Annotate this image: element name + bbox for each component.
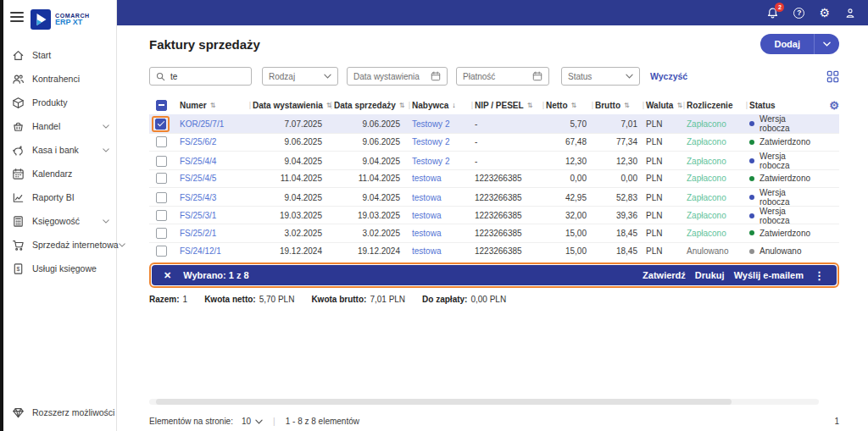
status-label: Wersja robocza: [760, 114, 817, 133]
sidebar-item-rozszerz-mozliwosci[interactable]: Rozszerz możliwości: [3, 401, 116, 424]
table-row[interactable]: FS/25/3/119.03.202519.03.2025testowa1223…: [149, 206, 839, 224]
invoice-number-link[interactable]: KOR/25/7/1: [180, 119, 224, 129]
row-checkbox[interactable]: [156, 192, 167, 203]
summary-value: 1: [183, 295, 188, 304]
comarch-logo[interactable]: COMARCH ERP XT: [31, 9, 90, 30]
sidebar-item-raporty-bi[interactable]: Raporty BI: [3, 185, 116, 209]
column-header[interactable]: Data sprzedaży⇅: [334, 96, 412, 114]
buyer-link[interactable]: testowa: [412, 193, 441, 202]
column-header[interactable]: Netto⇅: [546, 96, 595, 114]
search-input[interactable]: te: [149, 67, 252, 86]
column-settings-gear-icon[interactable]: ⚙: [829, 100, 839, 111]
buyer-link[interactable]: Testowy 2: [412, 137, 449, 146]
status-filter-select[interactable]: Status: [561, 67, 640, 86]
column-header[interactable]: Waluta⇅: [646, 96, 687, 114]
help-icon[interactable]: ?: [793, 8, 804, 19]
row-checkbox[interactable]: [156, 246, 167, 257]
row-checkbox[interactable]: [156, 156, 167, 167]
currency-cell: PLN: [646, 211, 687, 220]
buyer-link[interactable]: testowa: [412, 174, 441, 183]
invoice-number-cell: FS/25/2/1: [180, 229, 253, 238]
sidebar-item-kasa-i-bank[interactable]: Kasa i bank: [3, 138, 116, 162]
chevron-down-icon: [823, 41, 831, 47]
column-header[interactable]: NIP / PESEL⇅: [475, 96, 546, 114]
buyer-cell: testowa: [412, 229, 475, 238]
status-dot: [749, 176, 754, 181]
status-cell: Wersja robocza: [749, 188, 817, 207]
column-header[interactable]: Data wystawienia⇅: [253, 96, 334, 114]
view-grid-icon[interactable]: [826, 70, 839, 83]
invoice-number-link[interactable]: FS/25/4/5: [180, 174, 216, 183]
issue-date-filter[interactable]: Data wystawienia: [347, 67, 448, 86]
issue-date-cell: 19.12.2024: [280, 246, 334, 256]
buyer-link[interactable]: testowa: [412, 246, 441, 256]
sidebar-item-start[interactable]: Start: [3, 43, 116, 67]
payment-filter[interactable]: Płatność: [456, 67, 549, 86]
per-page-label: Elementów na stronie:: [149, 417, 233, 426]
table-row[interactable]: KOR/25/7/17.07.20259.06.2025Testowy 2-5,…: [149, 114, 839, 133]
buyer-link[interactable]: Testowy 2: [412, 119, 449, 129]
brutto-cell: 0,00: [621, 174, 646, 183]
table-row[interactable]: FS/25/2/13.02.20253.02.2025testowa122326…: [149, 224, 839, 242]
buyer-link[interactable]: Testowy 2: [412, 157, 449, 166]
invoice-number-link[interactable]: FS/25/4/3: [180, 193, 216, 202]
add-button[interactable]: Dodaj: [760, 34, 814, 54]
user-profile-icon[interactable]: [844, 7, 856, 19]
invoice-number-link[interactable]: FS/25/4/4: [180, 157, 216, 166]
horizontal-scrollbar[interactable]: [149, 399, 819, 405]
column-header[interactable]: Status: [749, 96, 817, 114]
notifications-bell-icon[interactable]: 2: [766, 7, 779, 19]
selection-action-button[interactable]: Zatwierdź: [643, 270, 686, 280]
invoice-number-link[interactable]: FS/25/3/1: [180, 211, 216, 220]
settings-gear-icon[interactable]: ⚙: [819, 7, 830, 19]
buyer-link[interactable]: testowa: [412, 229, 441, 238]
hamburger-menu-icon[interactable]: [10, 12, 24, 25]
column-header[interactable]: Numer⇅: [180, 96, 253, 114]
invoice-number-link[interactable]: FS/25/6/2: [180, 137, 216, 146]
current-page-number[interactable]: 1: [834, 417, 839, 426]
sidebar-item-uslugi-ksiegowe[interactable]: $Usługi księgowe: [3, 257, 116, 280]
sidebar-item-produkty[interactable]: Produkty: [3, 91, 116, 114]
more-actions-kebab-icon[interactable]: ⋮: [814, 269, 825, 282]
row-checkbox[interactable]: [155, 119, 166, 130]
table-row[interactable]: FS/25/4/511.04.202511.04.2025testowa1223…: [149, 169, 839, 188]
column-header[interactable]: Rozliczenie: [687, 96, 749, 114]
sort-desc-icon: ↓: [452, 101, 456, 109]
sidebar-item-handel[interactable]: Handel: [3, 114, 116, 138]
table-row[interactable]: FS/25/4/49.04.20259.04.2025Testowy 2-12,…: [149, 151, 839, 169]
table-row[interactable]: FS/24/12/119.12.202419.12.2024testowa122…: [149, 242, 839, 261]
sidebar-item-sprzedaz-internetowa[interactable]: Sprzedaż internetowa: [3, 233, 116, 257]
type-filter-select[interactable]: Rodzaj: [262, 67, 338, 86]
summary-item: Kwota netto:5,70 PLN: [204, 295, 294, 304]
calendar-icon: [532, 71, 542, 81]
invoice-number-link[interactable]: FS/24/12/1: [180, 246, 221, 256]
column-header[interactable]: Nabywca↓: [412, 96, 475, 114]
per-page-select[interactable]: 10: [242, 417, 263, 426]
add-dropdown-button[interactable]: [814, 34, 839, 54]
table-row[interactable]: FS/25/4/39.04.20259.04.2025testowa122326…: [149, 187, 839, 206]
invoice-number-cell: FS/25/4/4: [180, 157, 253, 166]
column-header[interactable]: Brutto⇅: [595, 96, 646, 114]
row-checkbox[interactable]: [156, 136, 167, 147]
row-checkbox[interactable]: [156, 210, 167, 221]
nip-cell: 1223266385: [475, 246, 546, 256]
buyer-link[interactable]: testowa: [412, 211, 441, 220]
invoice-number-link[interactable]: FS/25/2/1: [180, 229, 216, 238]
table-row[interactable]: FS/25/6/29.06.20259.06.2025Testowy 2-67,…: [149, 133, 839, 152]
column-header-label: NIP / PESEL: [475, 101, 524, 110]
sidebar-item-kontrahenci[interactable]: Kontrahenci: [3, 67, 116, 91]
selection-action-button[interactable]: Wyślij e-mailem: [734, 270, 804, 280]
sidebar-item-ksiegowosc[interactable]: Księgowość: [3, 209, 116, 233]
close-icon[interactable]: ✕: [164, 270, 171, 281]
selection-action-button[interactable]: Drukuj: [695, 270, 725, 280]
scrollbar-thumb[interactable]: [156, 399, 732, 405]
sidebar-item-kalendarz[interactable]: Kalendarz: [3, 162, 116, 185]
row-checkbox[interactable]: [156, 173, 167, 184]
status-cell: Zatwierdzono: [749, 229, 817, 238]
cart-icon: [11, 238, 25, 251]
items-range-label: 1 - 8 z 8 elementów: [286, 417, 359, 426]
clear-filters-link[interactable]: Wyczyść: [650, 71, 687, 81]
select-all-checkbox[interactable]: [156, 100, 167, 111]
receipt-icon: $: [11, 262, 25, 275]
row-checkbox[interactable]: [156, 228, 167, 239]
